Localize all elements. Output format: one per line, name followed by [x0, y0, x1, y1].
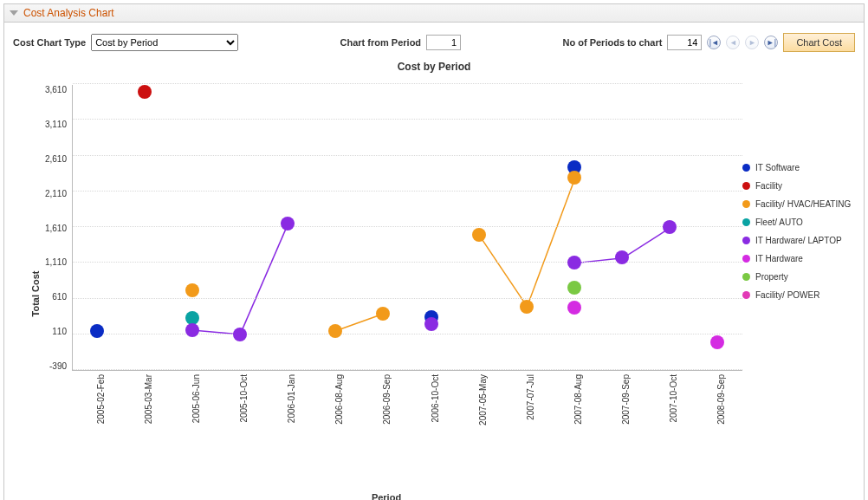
data-point[interactable]	[710, 335, 724, 349]
data-point[interactable]	[567, 256, 581, 269]
legend-label: IT Hardware	[755, 254, 803, 263]
legend-swatch-icon	[742, 291, 750, 299]
nav-last-icon[interactable]: ►|	[764, 36, 778, 49]
data-point[interactable]	[567, 171, 581, 185]
legend-item[interactable]: Facility/ HVAC/HEATING	[742, 199, 855, 209]
n-periods-input[interactable]	[667, 35, 702, 50]
chart-type-select[interactable]: Cost by Period	[91, 34, 238, 51]
y-tick: 610	[52, 292, 67, 302]
legend-swatch-icon	[742, 182, 750, 190]
svg-line-4	[240, 224, 288, 334]
data-point[interactable]	[567, 281, 581, 295]
data-point[interactable]	[520, 300, 534, 314]
data-point[interactable]	[472, 228, 486, 242]
y-axis: 3,6103,1102,6102,1101,6101,110610110-390	[30, 85, 72, 371]
chart-cost-button[interactable]: Chart Cost	[783, 33, 855, 52]
panel-title: Cost Analysis Chart	[23, 7, 114, 19]
nav-next-icon[interactable]: ►	[745, 36, 759, 49]
legend-label: Facility/ HVAC/HEATING	[755, 199, 851, 209]
data-point[interactable]	[185, 283, 199, 297]
y-tick: 3,110	[45, 120, 67, 129]
data-point[interactable]	[424, 317, 438, 331]
nav-prev-icon[interactable]: ◄	[726, 36, 740, 49]
legend-label: Property	[755, 272, 788, 282]
x-tick: 2007-08-Aug	[573, 374, 583, 425]
y-tick: 1,110	[45, 257, 67, 267]
data-point[interactable]	[615, 250, 629, 264]
legend-item[interactable]: IT Software	[742, 163, 855, 172]
chart-toolbar: Cost Chart Type Cost by Period Chart fro…	[13, 29, 855, 61]
x-tick: 2005-06-Jun	[191, 374, 201, 423]
legend-item[interactable]: Facility/ POWER	[742, 290, 855, 300]
x-tick: 2006-08-Aug	[334, 374, 344, 425]
svg-line-1	[479, 236, 527, 307]
legend-swatch-icon	[742, 273, 750, 281]
n-periods-label: No of Periods to chart	[563, 37, 663, 48]
x-tick: 2006-09-Sep	[382, 374, 392, 425]
legend-label: Facility	[755, 181, 782, 191]
x-tick: 2007-07-Jul	[526, 374, 535, 420]
x-tick: 2007-05-May	[478, 374, 488, 425]
data-point[interactable]	[281, 217, 295, 231]
legend-label: Facility/ POWER	[755, 290, 819, 300]
data-point[interactable]	[233, 328, 247, 341]
chart-legend: IT SoftwareFacilityFacility/ HVAC/HEATIN…	[742, 85, 855, 500]
y-tick: 2,610	[45, 154, 67, 164]
chart-from-input[interactable]	[426, 35, 461, 50]
panel-header[interactable]: Cost Analysis Chart	[4, 4, 864, 23]
legend-swatch-icon	[742, 255, 750, 263]
chart-container: Total Cost 3,6103,1102,6102,1101,6101,11…	[13, 85, 855, 500]
x-tick: 2005-03-Mar	[144, 374, 153, 424]
chart-plot-region: 3,6103,1102,6102,1101,6101,110610110-390…	[13, 85, 742, 500]
data-point[interactable]	[90, 324, 104, 338]
legend-swatch-icon	[742, 218, 750, 226]
legend-item[interactable]: IT Hardware	[742, 254, 855, 263]
plot-lines	[73, 85, 742, 370]
svg-line-6	[623, 228, 670, 258]
legend-label: Fleet/ AUTO	[755, 218, 803, 227]
legend-label: IT Hardware/ LAPTOP	[755, 236, 842, 245]
legend-item[interactable]: Property	[742, 272, 855, 282]
x-tick: 2006-01-Jan	[287, 374, 296, 423]
x-tick: 2007-09-Sep	[621, 374, 631, 425]
legend-item[interactable]: IT Hardware/ LAPTOP	[742, 236, 855, 245]
chart-from-label: Chart from Period	[340, 37, 422, 48]
legend-item[interactable]: Facility	[742, 181, 855, 191]
data-point[interactable]	[328, 324, 342, 338]
panel-body: Cost Chart Type Cost by Period Chart fro…	[4, 23, 864, 500]
y-tick: 1,610	[45, 224, 67, 233]
x-tick: 2005-02-Feb	[96, 374, 106, 424]
y-tick: -390	[49, 361, 67, 371]
legend-label: IT Software	[755, 163, 800, 172]
legend-swatch-icon	[742, 200, 750, 208]
x-axis-label: Period	[30, 492, 742, 500]
chart-title: Cost by Period	[13, 61, 855, 73]
legend-swatch-icon	[742, 164, 750, 172]
data-point[interactable]	[185, 323, 199, 337]
chart-type-label: Cost Chart Type	[13, 37, 86, 48]
cost-analysis-panel: Cost Analysis Chart Cost Chart Type Cost…	[3, 3, 865, 500]
x-tick: 2007-10-Oct	[669, 374, 678, 423]
y-tick: 110	[52, 327, 67, 336]
x-tick: 2008-09-Sep	[716, 374, 726, 425]
x-axis: 2005-02-Feb2005-03-Mar2005-06-Jun2005-10…	[30, 371, 742, 432]
legend-swatch-icon	[742, 237, 750, 244]
x-tick: 2005-10-Oct	[239, 374, 249, 423]
data-point[interactable]	[138, 85, 152, 99]
data-point[interactable]	[567, 301, 581, 315]
data-point[interactable]	[663, 220, 677, 234]
x-tick: 2006-10-Oct	[431, 374, 440, 423]
y-tick: 2,110	[45, 189, 67, 198]
legend-item[interactable]: Fleet/ AUTO	[742, 218, 855, 227]
plot-area	[72, 85, 742, 371]
y-tick: 3,610	[45, 85, 67, 94]
collapse-toggle-icon[interactable]	[10, 10, 18, 16]
nav-first-icon[interactable]: |◄	[707, 36, 721, 49]
data-point[interactable]	[376, 307, 390, 321]
